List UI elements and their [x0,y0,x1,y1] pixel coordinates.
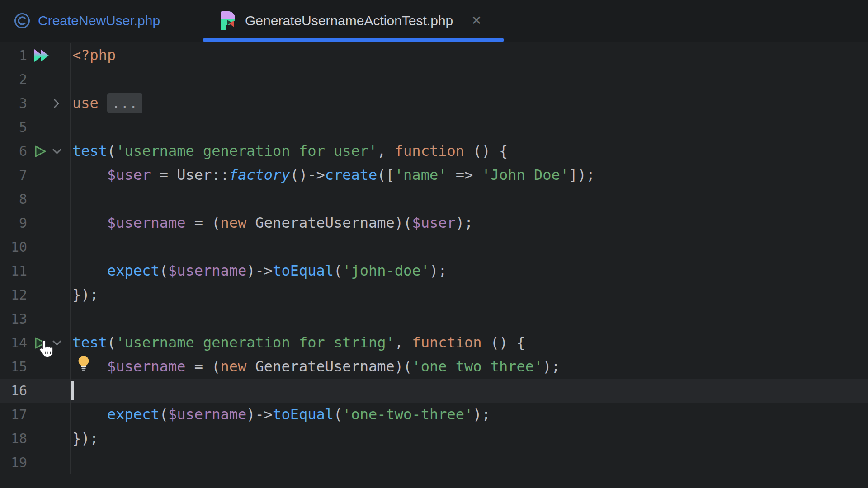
gutter: 6 [0,139,71,163]
code-line[interactable]: 11 expect($username)->toEqual('john-doe'… [0,259,868,283]
code-token: = ( [185,358,220,375]
line-number: 3 [0,91,27,115]
active-tab-indicator [203,38,504,42]
gutter: 8 [0,187,71,211]
code-line[interactable]: 5 [0,115,868,139]
gutter: 3 [0,91,71,115]
code-token: test [72,142,107,160]
code-line-text[interactable] [71,450,868,474]
code-line-text[interactable]: $user = User::factory()->create(['name' … [71,163,868,187]
code-line[interactable]: 17 expect($username)->toEqual('one-two-t… [0,403,868,427]
run-all-icon[interactable] [33,48,50,63]
code-line[interactable]: 3use ... [0,91,868,115]
code-token: ( [160,406,168,423]
php-class-icon [14,12,31,29]
code-token: )-> [246,406,273,423]
code-line[interactable]: 18}); [0,427,868,450]
code-line-text[interactable]: $username = (new GenerateUsername)('one … [71,355,868,379]
gutter: 16 [0,379,71,403]
code-line-text[interactable]: $username = (new GenerateUsername)($user… [71,211,868,235]
gutter: 19 [0,450,71,474]
code-token: () { [464,142,508,160]
code-line-text[interactable] [71,379,868,403]
code-line-text[interactable]: expect($username)->toEqual('john-doe'); [71,259,868,283]
code-line[interactable]: 10 [0,235,868,259]
code-token [72,166,107,183]
code-token: 'one two three' [412,358,542,375]
gutter: 11 [0,259,71,283]
code-line-text[interactable]: expect($username)->toEqual('one-two-thre… [71,403,868,427]
code-token: ); [456,214,473,231]
code-token: $username [168,406,246,423]
code-token [246,214,255,231]
code-token: GenerateUsername [255,358,395,375]
code-line[interactable]: 7 $user = User::factory()->create(['name… [0,163,868,187]
gutter: 10 [0,235,71,259]
code-line[interactable]: 15 $username = (new GenerateUsername)('o… [0,355,868,379]
chevron-down-icon[interactable] [52,147,62,155]
line-number: 8 [0,187,27,211]
code-line[interactable]: 9 $username = (new GenerateUsername)($us… [0,211,868,235]
code-line-text[interactable]: }); [71,427,868,450]
code-line[interactable]: 8 [0,187,868,211]
code-token: () { [481,334,525,351]
line-number: 5 [0,115,27,139]
code-line-text[interactable]: test('username generation for string', f… [71,331,868,355]
code-token: ); [473,406,491,423]
tab-label: GenerateUsernameActionTest.php [245,13,453,28]
code-line[interactable]: 16 [0,379,868,403]
code-token: ); [542,358,560,375]
gutter: 12 [0,283,71,307]
code-line[interactable]: 1<?php [0,43,868,67]
code-token: 'one-two-three' [342,406,473,423]
code-line-text[interactable]: <?php [71,43,868,67]
code-token: 'John Doe' [481,166,569,183]
line-number: 7 [0,163,27,187]
tab-create-new-user[interactable]: CreateNewUser.php [9,0,165,42]
gutter: 13 [0,307,71,331]
code-line-text[interactable] [71,115,868,139]
code-token: new [221,214,247,231]
code-line[interactable]: 14test('username generation for string',… [0,331,868,355]
tab-label: CreateNewUser.php [38,13,160,28]
fold-chevron-icon[interactable] [52,98,61,109]
code-token: ); [429,262,447,279]
code-line-text[interactable] [71,307,868,331]
code-token: ( [160,262,168,279]
line-number: 2 [0,67,27,91]
code-line-text[interactable] [71,187,868,211]
line-number: 16 [0,379,27,403]
code-token [72,262,107,279]
code-line-text[interactable]: use ... [71,91,868,115]
code-token: , [377,142,395,160]
code-token: <?php [72,47,116,64]
code-line-text[interactable] [71,235,868,259]
tab-generate-username-action-test[interactable]: GenerateUsernameActionTest.php ✕ [203,0,504,42]
folded-code-placeholder[interactable]: ... [107,93,142,113]
close-icon[interactable]: ✕ [471,14,481,27]
code-editor: 1<?php23use ...56test('username generati… [0,42,868,488]
code-line[interactable]: 13 [0,307,868,331]
code-line[interactable]: 19 [0,450,868,474]
code-line[interactable]: 12}); [0,283,868,307]
code-token: }); [72,430,99,447]
code-token: = [151,166,177,183]
line-number: 15 [0,355,27,379]
code-token: ( [334,406,342,423]
code-line-text[interactable]: }); [71,283,868,307]
pest-icon [216,10,237,31]
code-line-text[interactable] [71,67,868,91]
gutter: 9 [0,211,71,235]
run-icon[interactable] [33,144,47,159]
code-token: :: [212,166,229,183]
lightbulb-icon[interactable] [77,355,90,379]
code-line[interactable]: 6test('username generation for user', fu… [0,139,868,163]
code-token: )( [395,214,412,231]
code-token: ( [107,142,116,160]
code-line[interactable]: 2 [0,67,868,91]
code-token: }); [72,286,99,303]
code-token: GenerateUsername [255,214,395,231]
code-line-text[interactable]: test('username generation for user', fun… [71,139,868,163]
line-number: 10 [0,235,27,259]
code-token: ( [334,262,342,279]
